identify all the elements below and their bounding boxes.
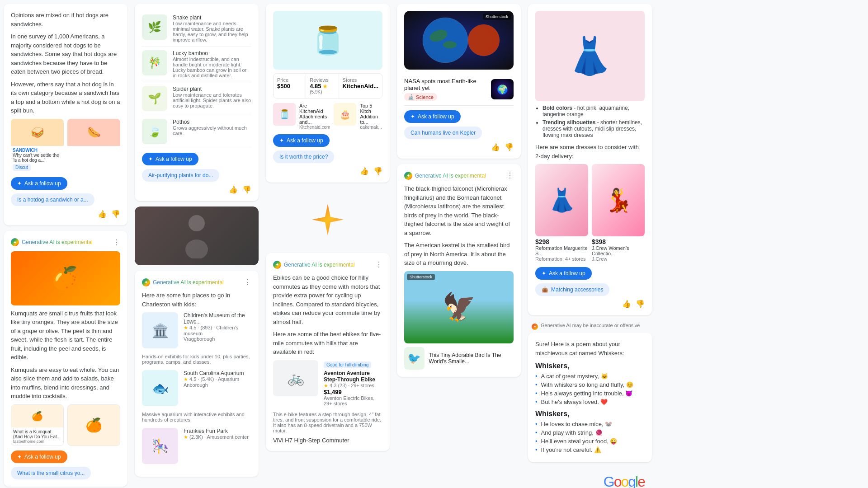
bird-gen-ai-label: Generative AI is experimental bbox=[415, 173, 486, 179]
kumquat-card-1[interactable]: 🍊 What is a Kumquat (And How Do You Eat.… bbox=[11, 404, 64, 446]
plant-followup-label: Ask a follow up bbox=[156, 156, 192, 162]
dress-thumbdown-btn[interactable]: 👎 bbox=[636, 300, 645, 308]
poem-line-3: He's always getting into trouble, 😈 bbox=[535, 390, 645, 397]
plant-suggestion-btn[interactable]: Air-purifying plants for do... bbox=[142, 169, 219, 182]
poem-title-2: Whiskers, bbox=[535, 410, 645, 418]
pothos-name: Pothos bbox=[173, 119, 251, 125]
sandwich-card-body: SANDWICH Why can't we settle the 'is a h… bbox=[11, 146, 64, 173]
kumquat-card-1-body: What is a Kumquat (And How Do You Eat...… bbox=[11, 427, 63, 446]
kitchenaid-suggestion-label: Is it worth the price? bbox=[279, 154, 328, 160]
plant-followup-btn[interactable]: ✦ Ask a follow up bbox=[142, 153, 198, 165]
bird-related[interactable]: 🐦 This Tiny Adorable Bird Is The World's… bbox=[404, 347, 514, 370]
planets-main-image: Shutterstock bbox=[404, 11, 514, 70]
plant-sparkle-icon: ✦ bbox=[148, 156, 153, 162]
childrens-museum-item: 🏛️ Children's Museum of the Lowc... ★ 4.… bbox=[142, 312, 251, 348]
kumquat-btn-row: ✦ Ask a follow up What is the small citr… bbox=[11, 450, 120, 479]
kitchenaid-followup-btn[interactable]: ✦ Ask a follow up bbox=[273, 134, 330, 147]
kumquat-card: ✦ Generative AI is experimental ⋮ 🍊 Kumq… bbox=[4, 231, 127, 487]
childrens-museum-rating: ★ 4.5 · (893) · Children's museum bbox=[184, 325, 251, 336]
kitchenaid-related-1[interactable]: 🫙 Are KitchenAid Attachments and... Kitc… bbox=[273, 103, 330, 130]
sandwich-image: 🥪 bbox=[11, 119, 64, 146]
poem-text-1: A cat of great mystery, 🐱 bbox=[541, 373, 608, 380]
spider-plant-info: Spider plant Low maintenance and tolerat… bbox=[173, 86, 251, 108]
kitchenaid-thumbdown-btn[interactable]: 👎 bbox=[373, 167, 382, 175]
sandwich-text: Why can't we settle the 'is a hot dog a.… bbox=[13, 153, 62, 163]
snake-plant-info: Snake plant Low maintenance and needs mi… bbox=[173, 14, 251, 42]
plant-thumbdown-btn[interactable]: 👎 bbox=[242, 185, 251, 194]
bird-para-2: The American kestrel is the smallest bir… bbox=[404, 241, 514, 267]
charleston-menu-btn[interactable]: ⋮ bbox=[244, 278, 251, 286]
science-badge: 🔬 Science bbox=[404, 93, 437, 101]
hotdog-sandwich-card: Opinions are mixed on if hot dogs are sa… bbox=[4, 4, 127, 225]
kumquat-card-1-title: What is a Kumquat (And How Do You Eat... bbox=[13, 429, 61, 439]
dress-1-name: Reformation Marguerite S... bbox=[535, 245, 588, 256]
childrens-museum-name: Children's Museum of the Lowc... bbox=[184, 312, 251, 325]
hotdog-thumbs: 👍 👎 bbox=[11, 210, 120, 218]
dress-bullet-1: Bold colors - hot pink, aquamarine, tang… bbox=[542, 105, 645, 117]
hotdog-suggestion-label: Is a hotdog a sandwich or a... bbox=[17, 197, 88, 203]
kumquat-gen-ai-badge: ✦ Generative AI is experimental ⋮ bbox=[11, 238, 120, 247]
kumquat-followup-btn[interactable]: ✦ Ask a follow up bbox=[11, 450, 67, 463]
kitchenaid-related-2[interactable]: 🎂 Top 5 Kitch Addition to... cakemak... bbox=[334, 103, 382, 130]
hotdog-card[interactable]: 🌭 bbox=[67, 119, 120, 173]
hotdog-followup-btn[interactable]: ✦ Ask a follow up bbox=[11, 177, 67, 190]
bird-menu-btn[interactable]: ⋮ bbox=[506, 171, 514, 180]
kumquat-para-2: Kumquats are easy to eat whole. You can … bbox=[11, 366, 120, 401]
kumquat-card-2[interactable]: 🍊 bbox=[67, 404, 120, 446]
hotdog-suggestion-btn[interactable]: Is a hotdog a sandwich or a... bbox=[11, 193, 94, 206]
kitchenaid-related-2-title: Top 5 Kitch Addition to... bbox=[360, 103, 382, 125]
bamboo-desc: Almost indestructible, and can handle br… bbox=[173, 56, 251, 78]
museum-desc: Hands-on exhibits for kids under 10, plu… bbox=[142, 354, 251, 365]
bamboo-info: Lucky bamboo Almost indestructible, and … bbox=[173, 50, 251, 78]
hotdog-thumbup-btn[interactable]: 👍 bbox=[98, 210, 107, 218]
disclaimer-row: ✦ Generative AI may be inaccurate or off… bbox=[528, 321, 652, 333]
reviews-label: Reviews bbox=[310, 77, 335, 83]
ebike-menu-btn[interactable]: ⋮ bbox=[375, 260, 382, 269]
planets-svg bbox=[414, 15, 504, 65]
sandwich-card[interactable]: 🥪 SANDWICH Why can't we settle the 'is a… bbox=[11, 119, 64, 173]
kitchenaid-sparkle-icon: ✦ bbox=[279, 137, 284, 144]
plant-spider: 🌱 Spider plant Low maintenance and toler… bbox=[142, 82, 251, 115]
portrait-svg bbox=[183, 213, 210, 258]
nasa-source-row: 🔬 Science bbox=[404, 93, 486, 101]
matching-accessories-btn[interactable]: 👜 Matching accessories bbox=[535, 283, 609, 296]
kitchenaid-thumbup-btn[interactable]: 👍 bbox=[360, 167, 369, 175]
dress-option-1[interactable]: 👗 $298 Reformation Marguerite S... Refor… bbox=[535, 164, 588, 262]
planets-suggestion-btn[interactable]: Can humans live on Kepler bbox=[404, 127, 482, 139]
dress-option-2[interactable]: 💃 $398 J.Crew Women's Collectio... J.Cre… bbox=[592, 164, 645, 262]
shutterstock-label: Shutterstock bbox=[483, 14, 511, 20]
ebike-badge: Good for hill climbing bbox=[324, 361, 371, 368]
dress-thumbup-btn[interactable]: 👍 bbox=[622, 300, 631, 308]
kitchenaid-related-1-info: Are KitchenAid Attachments and... Kitche… bbox=[299, 103, 330, 130]
dress-delivery-text: Here are some dresses to consider with 2… bbox=[535, 143, 645, 160]
kitchenaid-suggestion-btn[interactable]: Is it worth the price? bbox=[273, 150, 334, 163]
charleston-gen-ai-label: Generative AI is experimental bbox=[153, 279, 224, 286]
plant-thumbup-btn[interactable]: 👍 bbox=[229, 185, 238, 194]
bird-related-title: This Tiny Adorable Bird Is The World's S… bbox=[429, 352, 514, 365]
dress-followup-btn[interactable]: ✦ Ask a follow up bbox=[535, 267, 592, 280]
poem-text-3: He's always getting into trouble, 😈 bbox=[541, 390, 633, 397]
planets-thumbdown-btn[interactable]: 👎 bbox=[505, 143, 514, 151]
planets-followup-btn[interactable]: ✦ Ask a follow up bbox=[404, 110, 461, 123]
frankies-img: 🎠 bbox=[142, 428, 178, 464]
poem-line-1: A cat of great mystery, 🐱 bbox=[535, 373, 645, 380]
nasa-article[interactable]: NASA spots most Earth-like planet yet 🔬 … bbox=[404, 73, 514, 106]
ebike-product-desc: This e-bike features a step-through desi… bbox=[273, 412, 382, 433]
plant-suggestion-label: Air-purifying plants for do... bbox=[148, 172, 213, 178]
kumquat-menu-btn[interactable]: ⋮ bbox=[113, 238, 120, 247]
poem-text-4: But he's always loved. ❤️ bbox=[541, 399, 608, 405]
aquarium-location: Anborough bbox=[184, 382, 244, 388]
kitchenaid-related: 🫙 Are KitchenAid Attachments and... Kitc… bbox=[273, 103, 382, 130]
kumquat-suggestion-btn[interactable]: What is the small citrus yo... bbox=[11, 467, 91, 479]
dress-2-store: J.Crew bbox=[592, 256, 645, 262]
ebike-product-1: 🚲 Good for hill climbing Aventon Aventur… bbox=[273, 360, 382, 406]
planets-thumbup-btn[interactable]: 👍 bbox=[491, 143, 500, 151]
kitchenaid-price-stat: Price $500 bbox=[274, 74, 306, 98]
google-logo-container: Google bbox=[528, 468, 652, 488]
kumquat-para-1: Kumquats are small citrus fruits that lo… bbox=[11, 309, 120, 362]
kitchenaid-stores-stat: Stores KitchenAid... bbox=[339, 74, 382, 98]
hotdog-thumbdown-btn[interactable]: 👎 bbox=[111, 210, 120, 218]
kitchenaid-related-1-source: Kitchenaid.com bbox=[299, 125, 330, 130]
dress-btn-row: ✦ Ask a follow up 👜 Matching accessories bbox=[535, 267, 645, 296]
childrens-museum-img: 🏛️ bbox=[142, 312, 178, 348]
